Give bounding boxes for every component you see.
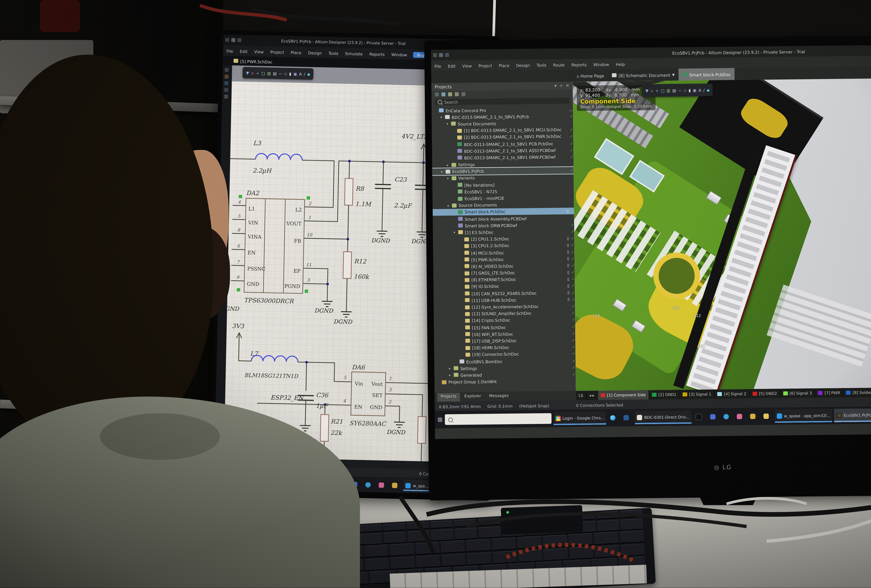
menu-project[interactable]: Project <box>267 49 287 54</box>
undo-icon[interactable] <box>445 53 449 57</box>
menu-edit[interactable]: Edit <box>236 48 251 54</box>
toolbar-icon[interactable]: ▤ <box>672 88 676 93</box>
schematic-label-vin[interactable]: Vin <box>355 380 363 387</box>
schematic-label-l3[interactable]: L3 <box>253 139 262 147</box>
schematic-label-dgnd[interactable]: DGND <box>386 429 406 435</box>
keyboard-key[interactable] <box>568 533 593 546</box>
schematic-label-da2[interactable]: DA2 <box>246 190 260 197</box>
schematic-label-vout[interactable]: VOUT <box>286 220 302 227</box>
keyboard-key[interactable] <box>415 542 440 554</box>
more-icon[interactable]: ... <box>569 107 573 111</box>
keyboard-key[interactable] <box>390 556 415 569</box>
taskbar-item-login-google-chro-[interactable]: Login - Google Chro... <box>553 411 606 425</box>
schematic-label-3v3[interactable]: 3V3 <box>232 322 244 329</box>
pcb-toolbar[interactable]: ▼∪+▢▥▤~◇▮▣A/◆ <box>642 84 713 97</box>
folder-icon[interactable] <box>455 92 459 96</box>
layer-tab[interactable]: [3] Signal 1 <box>680 389 715 399</box>
menu-view[interactable]: View <box>459 63 475 68</box>
pcb-3d-viewport[interactable]: L24C50R12R21 x: 83,200 dx: -6,900 mm y: … <box>573 78 871 391</box>
schematic-label-ep[interactable]: EP <box>293 268 301 274</box>
toolbar-icon[interactable]: ▼ <box>645 88 648 93</box>
keyboard-key[interactable] <box>492 550 517 563</box>
taskbar-item-w-spase-app-stm32l-[interactable]: w_spase - app_stm32l... <box>775 409 832 423</box>
keyboard-key[interactable] <box>359 533 382 544</box>
menu-reports[interactable]: Reports <box>366 51 388 56</box>
toolbar-icon[interactable]: ~ <box>678 88 682 93</box>
schematic-label-da6[interactable]: DA6 <box>352 364 365 371</box>
save-icon[interactable] <box>231 38 235 42</box>
toolbar-icon[interactable]: ▥ <box>666 88 670 93</box>
compile-icon[interactable] <box>435 93 439 96</box>
toolbar-icon[interactable]: ◇ <box>683 88 687 93</box>
layer-tab[interactable]: [8] Solder Side <box>843 388 871 398</box>
schematic-label-sy6280aac[interactable]: SY6280AAC <box>349 420 386 427</box>
taskbar-item[interactable] <box>621 411 633 425</box>
keyboard-key[interactable] <box>389 543 414 556</box>
keyboard-key[interactable] <box>594 545 619 557</box>
schematic-label-4v2lte[interactable]: 4V2_LTE <box>401 133 429 141</box>
keyboard-key[interactable] <box>543 548 568 560</box>
schematic-label-esp32en[interactable]: ESP32_EN <box>270 394 304 402</box>
taskbar-item[interactable] <box>761 410 773 423</box>
panel-tab-projects[interactable]: Projects <box>437 393 460 402</box>
taskbar-item-ecosbv1-prjpcb-alti-[interactable]: ⒶEcoSBV1.PrjPcb - Alti... <box>834 408 871 422</box>
schematic-label-4[interactable]: 4 <box>238 199 241 205</box>
taskbar-item-bdc-0301-direct-driv-[interactable]: BDC-0301-Direct Driv... <box>635 410 691 424</box>
layer-tab[interactable]: [1] Component Side <box>598 390 649 400</box>
schematic-label-l7[interactable]: L7 <box>250 350 259 357</box>
menu-design[interactable]: Design <box>305 50 325 55</box>
keyboard-key[interactable] <box>383 523 406 531</box>
schematic-label-dgnd[interactable]: DGND <box>371 237 390 244</box>
save-icon[interactable] <box>439 53 443 57</box>
schematic-label-1f[interactable]: 1µF <box>316 402 329 410</box>
schematic-label-1[interactable]: 1 <box>389 376 392 381</box>
menu-view[interactable]: View <box>251 49 267 54</box>
schematic-label-22h[interactable]: 2.2µH <box>253 167 272 174</box>
schematic-label-dgnd[interactable]: DGND <box>334 318 353 325</box>
schematic-label-gnd[interactable]: GND <box>370 404 382 410</box>
schematic-label-vout[interactable]: Vout <box>371 381 383 387</box>
keyboard-key[interactable] <box>364 545 389 557</box>
keyboard-key[interactable] <box>477 518 500 525</box>
keyboard-key[interactable] <box>467 552 492 564</box>
schematic-label-r21[interactable]: R21 <box>331 418 343 425</box>
menu-design[interactable]: Design <box>513 62 533 67</box>
keyboard-key[interactable] <box>364 557 389 570</box>
keyboard-key[interactable] <box>596 511 619 519</box>
toolbar-icon[interactable]: ▮ <box>289 71 291 76</box>
menu-tools[interactable]: Tools <box>533 62 550 67</box>
settings-icon[interactable] <box>461 92 465 96</box>
schematic-label-r12[interactable]: R12 <box>354 257 367 265</box>
keyboard-key[interactable] <box>454 527 477 539</box>
schematic-toolbar[interactable]: ▼∪+▢▥▤~◇▮▣A/◆ <box>242 67 314 80</box>
menu-window[interactable]: Window <box>590 62 612 67</box>
schematic-label-r8[interactable]: R8 <box>356 185 365 192</box>
schematic-label-vina[interactable]: VINA <box>248 233 262 240</box>
toolbar-icon[interactable]: ▥ <box>267 71 271 75</box>
keyboard-key[interactable] <box>594 531 619 544</box>
toolbar-icon[interactable]: ▢ <box>261 71 265 75</box>
expand-icon[interactable]: ▾ <box>440 115 445 119</box>
expand-icon[interactable]: ▾ <box>447 176 452 180</box>
sidebar-icon[interactable] <box>224 81 228 85</box>
keyboard-key[interactable] <box>441 553 466 566</box>
layer-tab[interactable]: [6] Signal 3 <box>780 388 815 398</box>
toolbar-icon[interactable]: ◇ <box>284 71 287 76</box>
schematic-label-10[interactable]: 10 <box>307 232 313 237</box>
taskbar-item[interactable] <box>748 410 759 423</box>
layer-tab[interactable]: [5] GND2 <box>750 389 780 398</box>
sidebar-icon[interactable] <box>224 88 228 92</box>
taskbar-item[interactable] <box>608 411 620 425</box>
schematic-label-l1[interactable]: L1 <box>248 206 255 212</box>
expand-icon[interactable]: ▸ <box>449 366 453 370</box>
tree-item[interactable]: Project Group 1.DsnWrk <box>434 377 576 385</box>
schematic-label-4[interactable]: 4 <box>343 398 346 403</box>
toolbar-icon[interactable]: A <box>699 88 701 92</box>
toolbar-icon[interactable]: + <box>256 70 259 75</box>
schematic-label-6[interactable]: 6 <box>237 244 240 248</box>
expand-icon[interactable]: ▸ <box>447 163 452 167</box>
keyboard-key[interactable] <box>597 519 620 531</box>
projects-search[interactable]: Search <box>435 98 569 105</box>
keyboard-key[interactable] <box>454 519 477 527</box>
panel-menu-icon[interactable]: ▾ <box>554 83 557 89</box>
